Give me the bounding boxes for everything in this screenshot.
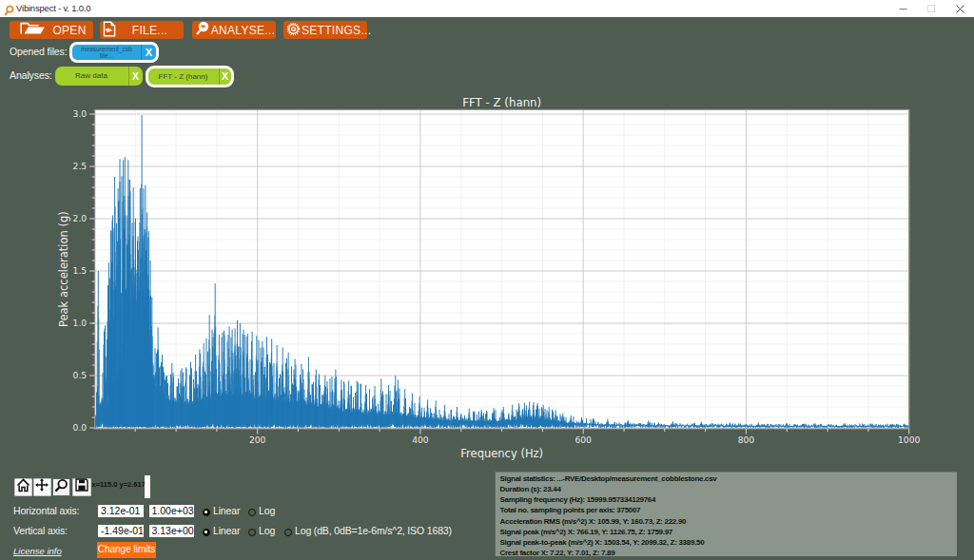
analysis-chip-fft[interactable]: FFT - Z (hann) X <box>146 66 234 88</box>
open-button[interactable]: OPEN <box>10 21 93 39</box>
analysis-chip-raw-data-close-button[interactable]: X <box>129 67 143 87</box>
pan-arrows-icon <box>34 477 49 496</box>
titlebar: Vibinspect - v. 1.0.0 <box>0 0 974 17</box>
opened-file-chip-close-button[interactable]: X <box>142 45 156 60</box>
y-tick-label: 0.0 <box>73 422 88 433</box>
open-folder-icon <box>20 22 46 38</box>
vertical-logdb-radio-label: Log (dB, 0dB=1e-6m/s^2, ISO 1683) <box>295 525 452 536</box>
y-axis-label: Peak acceleration (g) <box>57 211 70 327</box>
vertical-log-radio[interactable] <box>248 529 256 536</box>
signal-statistics-panel: Signal statistics: ...-RVE/Desktop/measu… <box>495 472 957 556</box>
vertical-min-input[interactable] <box>98 525 144 538</box>
y-tick-label: 1.5 <box>73 265 88 276</box>
opened-file-chip-label: measurement_cobble... <box>72 45 142 60</box>
zoom-magnifier-icon <box>54 478 68 496</box>
file-button-label: FILE... <box>116 24 184 37</box>
vertical-logdb-radio[interactable] <box>284 529 292 536</box>
save-floppy-icon <box>75 478 88 495</box>
y-tick-label: 2.5 <box>73 161 88 171</box>
app-logo-magnifier-icon <box>4 3 14 20</box>
home-icon <box>16 478 30 496</box>
vertical-linear-radio-label: Linear <box>213 525 240 536</box>
y-tick-label: 0.5 <box>73 370 88 380</box>
stats-line: Signal peak (m/s^2) X: 766.19, Y: 1126.7… <box>500 527 957 537</box>
y-tick-label: 3.0 <box>73 108 88 119</box>
horizontal-max-input[interactable] <box>149 505 195 518</box>
settings-button[interactable]: SETTINGS... <box>283 21 367 39</box>
nav-home-button[interactable] <box>14 478 33 497</box>
nav-pan-button[interactable] <box>33 478 52 497</box>
stats-line: Total no. sampling points per axis: 3750… <box>500 505 957 515</box>
signal-file-icon <box>103 21 116 40</box>
x-tick-label: 400 <box>412 434 429 445</box>
vertical-log-radio-label: Log <box>259 525 275 536</box>
horizontal-log-radio[interactable] <box>248 509 256 516</box>
y-tick-label: 1.0 <box>73 318 88 328</box>
minimize-button[interactable] <box>888 0 917 17</box>
cursor-coordinates: x=115.0 y=2.617 <box>92 480 146 489</box>
window-title: Vibinspect - v. 1.0.0 <box>16 0 90 17</box>
license-info-link[interactable]: License info <box>13 546 62 556</box>
analyse-button[interactable]: ANALYSE... <box>192 21 276 39</box>
analysis-chip-fft-close-button[interactable]: X <box>220 68 231 86</box>
horizontal-linear-radio-label: Linear <box>213 505 240 516</box>
nav-zoom-button[interactable] <box>52 478 71 497</box>
vertical-axis-label: Vertical axis: <box>13 525 68 536</box>
x-tick-label: 200 <box>249 434 266 445</box>
maximize-button[interactable] <box>917 0 945 17</box>
analyse-button-label: ANALYSE... <box>210 24 276 37</box>
stats-line: Sampling frequency (Hz): 15999.957334129… <box>500 494 957 505</box>
gear-icon <box>285 21 302 40</box>
vertical-max-input[interactable] <box>149 525 195 538</box>
x-tick-label: 800 <box>738 434 755 445</box>
x-axis-label: Frequency (Hz) <box>460 447 543 460</box>
analysis-chip-raw-data[interactable]: Raw data X <box>55 67 143 87</box>
horizontal-min-input[interactable] <box>98 505 144 518</box>
minor-gridlines <box>95 109 909 429</box>
x-tick-label: 600 <box>575 434 592 445</box>
nav-save-button[interactable] <box>72 478 91 497</box>
analyses-label: Analyses: <box>10 69 52 81</box>
file-button[interactable]: FILE... <box>100 21 184 39</box>
analyse-magnifier-icon <box>195 21 210 39</box>
stats-line: Acceleration RMS (m/s^2) X: 105.99, Y: 1… <box>500 516 957 527</box>
y-tick-label: 2.0 <box>73 213 88 223</box>
settings-button-label: SETTINGS... <box>302 24 371 37</box>
analysis-chip-raw-data-label: Raw data <box>55 67 129 87</box>
horizontal-log-radio-label: Log <box>259 505 275 516</box>
fft-chart[interactable]: 20040060080010000.00.51.01.52.02.53.0FFT… <box>0 86 974 466</box>
vertical-linear-radio[interactable] <box>203 529 210 536</box>
stats-line: Signal peak-to-peak (m/s^2) X: 1503.54, … <box>500 537 957 548</box>
analysis-chip-fft-label: FFT - Z (hann) <box>148 68 220 86</box>
chart-title: FFT - Z (hann) <box>462 96 541 109</box>
horizontal-linear-radio[interactable] <box>203 509 210 516</box>
change-limits-button[interactable]: Change limits <box>97 542 156 558</box>
open-button-label: OPEN <box>46 24 93 37</box>
stats-line: Crest factor X: 7.22, Y: 7.01, Z: 7.89 <box>500 548 957 556</box>
stats-line: Signal statistics: ...-RVE/Desktop/measu… <box>500 473 957 484</box>
opened-files-label: Opened files: <box>10 46 68 57</box>
opened-file-chip[interactable]: measurement_cobble... X <box>69 42 159 63</box>
close-button[interactable] <box>945 0 974 17</box>
stats-line: Duration (s): 23.44 <box>500 484 957 494</box>
toolbar-message-area <box>145 475 151 498</box>
horizontal-axis-label: Horizontal axis: <box>13 505 79 516</box>
x-tick-label: 1000 <box>898 434 921 445</box>
